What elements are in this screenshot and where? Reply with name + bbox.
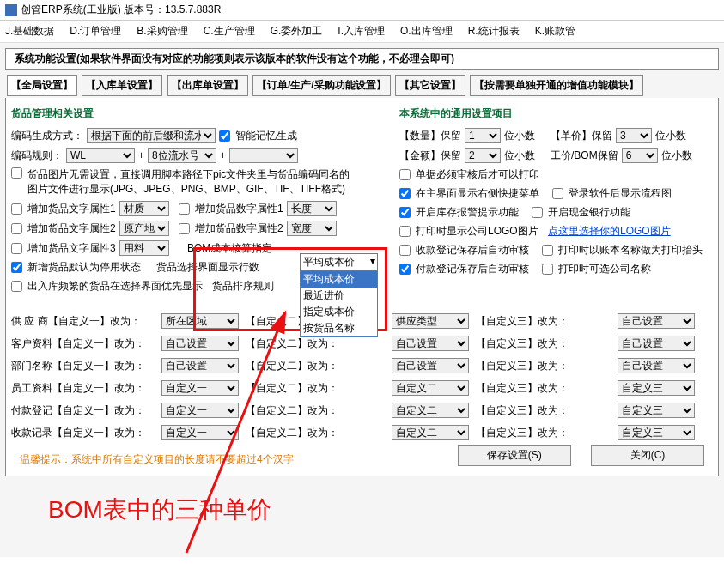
tabs: 【全局设置】 【入库单设置】 【出库单设置】 【订单/生产/采购功能设置】 【其… <box>5 73 719 98</box>
cb-show-shortcut[interactable] <box>399 188 411 199</box>
price-select[interactable]: 3 <box>616 128 652 143</box>
bom-cost-option[interactable]: 按货品名称 <box>301 320 377 336</box>
tab-other[interactable]: 【其它设置】 <box>395 75 465 96</box>
menu-item[interactable]: O.出库管理 <box>400 24 453 39</box>
attr-num1-select[interactable]: 长度 <box>287 201 337 216</box>
menu-item[interactable]: C.生产管理 <box>204 24 255 39</box>
cb-print-book-title[interactable] <box>542 245 553 256</box>
grid-select[interactable]: 自定义二 <box>392 380 469 396</box>
menu-item[interactable]: K.账款管 <box>535 24 575 39</box>
price-label: 【单价】保留 <box>551 129 612 143</box>
code-rule-prefix[interactable]: WL <box>66 148 135 163</box>
amt-select[interactable]: 2 <box>465 148 501 163</box>
grid-select[interactable]: 自定义一 <box>161 403 239 418</box>
freq-checkbox[interactable] <box>11 281 22 292</box>
bom-cost-selected[interactable]: 平均成本价 <box>301 254 377 271</box>
freq-label: 出入库频繁的货品在选择界面优先显示 <box>27 279 203 294</box>
grid-select[interactable]: 供应类型 <box>392 313 469 329</box>
annotation-text: BOM表中的三种单价 <box>5 476 719 552</box>
tab-addon[interactable]: 【按需要单独开通的增值功能模块】 <box>470 75 643 96</box>
qty-select[interactable]: 1 <box>465 128 501 143</box>
grid-select[interactable]: 自定义一 <box>161 425 239 440</box>
dialog-titlebar: 系统功能设置(如果软件界面没有对应的功能项则表示该版本的软件没有这个功能，不必理… <box>5 48 719 70</box>
attr-text1-checkbox[interactable] <box>11 203 22 215</box>
attr-num2-select[interactable]: 宽度 <box>287 221 337 236</box>
pic-checkbox[interactable] <box>11 167 22 179</box>
bom-cost-option[interactable]: 最近进价 <box>301 288 377 304</box>
grid-select[interactable]: 自己设置 <box>618 313 695 329</box>
attr-text1-select[interactable]: 材质 <box>119 201 169 216</box>
amt-label: 【金额】保留 <box>399 149 461 163</box>
attr-text3-checkbox[interactable] <box>11 243 22 254</box>
close-button[interactable]: 关闭(C) <box>591 445 704 466</box>
menu-item[interactable]: B.采购管理 <box>137 24 187 39</box>
grid-select[interactable]: 自定义二 <box>392 403 469 418</box>
grid-select[interactable]: 自己设置 <box>392 336 469 351</box>
tab-orders[interactable]: 【订单/生产/采购功能设置】 <box>252 75 391 96</box>
grid-select[interactable]: 所在区域 <box>161 313 239 329</box>
grid-select[interactable]: 自己设置 <box>161 336 239 351</box>
cb-cash-bank[interactable] <box>532 207 543 218</box>
save-button[interactable]: 保存设置(S) <box>458 445 571 466</box>
cb-print-company[interactable] <box>542 264 553 275</box>
grid-select[interactable]: 自己设置 <box>392 358 469 373</box>
attr-num1-checkbox[interactable] <box>179 203 190 215</box>
attr-text2-checkbox[interactable] <box>11 223 22 234</box>
sel-rows-label: 货品选择界面显示行数 <box>156 260 259 275</box>
section-right-title: 本系统中的通用设置项目 <box>399 106 713 121</box>
stop-state-checkbox[interactable] <box>11 262 22 273</box>
attr-num2-label: 增加货品数字属性2 <box>195 221 283 236</box>
window-titlebar: 创管ERP系统(工业版) 版本号：13.5.7.883R <box>0 0 724 21</box>
logo-link[interactable]: 点这里选择你的LOGO图片 <box>548 224 671 239</box>
grid-select[interactable]: 自定义一 <box>161 380 239 396</box>
cb-stock-alert[interactable] <box>399 207 411 218</box>
tab-inbound[interactable]: 【入库单设置】 <box>82 75 162 96</box>
grid-select[interactable]: 自己设置 <box>618 358 695 373</box>
grid-select[interactable]: 自定义三 <box>618 403 695 418</box>
bom-cost-option[interactable]: 指定成本价 <box>301 304 377 320</box>
attr-num1-label: 增加货品数字属性1 <box>195 202 283 216</box>
bom-keep-select[interactable]: 6 <box>622 148 658 163</box>
smart-gen-label: 智能记忆生成 <box>235 129 297 143</box>
cb-show-flowchart[interactable] <box>552 188 563 199</box>
grid-select[interactable]: 自己设置 <box>161 358 239 373</box>
bom-cost-dropdown[interactable]: 平均成本价 平均成本价 最近进价 指定成本价 按货品名称 <box>300 253 378 337</box>
menu-item[interactable]: R.统计报表 <box>468 24 520 39</box>
attr-text3-label: 增加货品文字属性3 <box>27 241 116 256</box>
section-left-title: 货品管理相关设置 <box>11 106 372 121</box>
bom-cost-option[interactable]: 平均成本价 <box>301 271 377 288</box>
code-rule-suffix[interactable] <box>229 148 298 163</box>
attr-num2-checkbox[interactable] <box>179 223 190 234</box>
code-rule-serial[interactable]: 8位流水号 <box>148 148 216 163</box>
bom-cost-label: BOM成本核算指定 <box>187 241 272 256</box>
window-title: 创管ERP系统(工业版) 版本号：13.5.7.883R <box>21 3 221 17</box>
menu-item[interactable]: G.委外加工 <box>271 24 323 39</box>
attr-text2-label: 增加货品文字属性2 <box>27 221 116 236</box>
smart-gen-checkbox[interactable] <box>219 130 230 142</box>
attr-text1-label: 增加货品文字属性1 <box>27 202 116 216</box>
stop-state-label: 新增货品默认为停用状态 <box>27 260 141 275</box>
attr-text3-select[interactable]: 用料 <box>119 240 169 256</box>
pic-tip: 货品图片无需设置，直接调用脚本路径下pic文件夹里与货品编码同名的图片文件进行显… <box>27 167 354 197</box>
tab-outbound[interactable]: 【出库单设置】 <box>167 75 248 96</box>
attr-text2-select[interactable]: 原产地 <box>119 221 169 236</box>
qty-label: 【数量】保留 <box>399 129 461 143</box>
dialog-title: 系统功能设置(如果软件界面没有对应的功能项则表示该版本的软件没有这个功能，不必理… <box>15 52 454 66</box>
cb-print-logo[interactable] <box>399 226 411 237</box>
menu-item[interactable]: D.订单管理 <box>70 24 121 39</box>
code-method-select[interactable]: 根据下面的前后缀和流水号生成编码 <box>87 128 216 143</box>
tab-global[interactable]: 【全局设置】 <box>7 75 77 96</box>
grid-select[interactable]: 自定义二 <box>392 425 469 440</box>
main-menubar: J.基础数据 D.订单管理 B.采购管理 C.生产管理 G.委外加工 I.入库管… <box>0 21 724 43</box>
code-rule-label: 编码规则： <box>11 149 63 163</box>
cb-receive-autoaudit[interactable] <box>399 245 411 256</box>
grid-select[interactable]: 自定义三 <box>618 425 695 440</box>
cb-audit-print[interactable] <box>399 169 411 180</box>
grid-select[interactable]: 自己设置 <box>618 336 695 351</box>
cb-pay-autoaudit[interactable] <box>399 264 411 275</box>
menu-item[interactable]: I.入库管理 <box>338 24 385 39</box>
sort-label: 货品排序规则 <box>212 279 274 294</box>
grid-select[interactable]: 自定义三 <box>618 380 695 396</box>
footer-hint: 温馨提示：系统中所有自定义项目的长度请不要超过4个汉字 <box>20 452 294 467</box>
menu-item[interactable]: J.基础数据 <box>5 24 54 39</box>
